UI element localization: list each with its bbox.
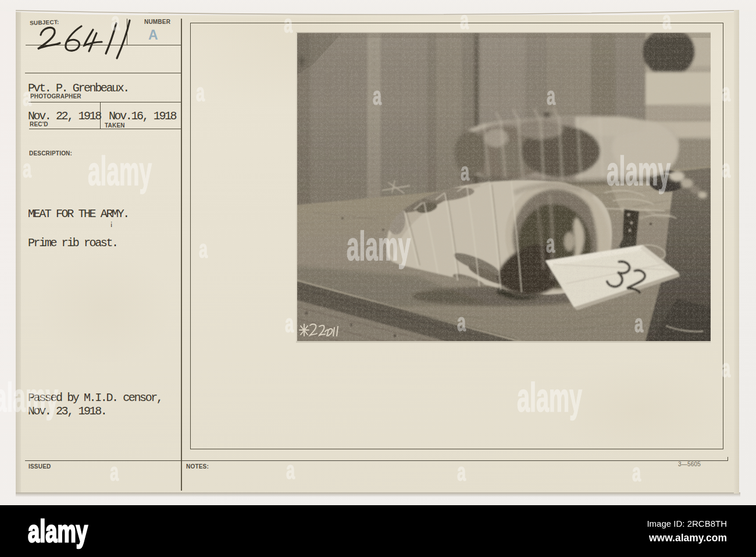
svg-text:a: a	[284, 9, 293, 38]
svg-text:a: a	[722, 353, 731, 383]
svg-text:a: a	[199, 234, 208, 264]
svg-text:a: a	[547, 81, 556, 111]
svg-text:alamy: alamy	[88, 148, 152, 194]
svg-text:a: a	[110, 457, 119, 487]
svg-text:a: a	[662, 5, 672, 35]
svg-text:a: a	[722, 154, 731, 183]
svg-text:a: a	[546, 229, 555, 258]
svg-text:a: a	[23, 82, 32, 112]
svg-text:Image ID: 2RCB8TH: Image ID: 2RCB8TH	[647, 519, 727, 528]
svg-text:a: a	[286, 455, 295, 485]
svg-text:a: a	[634, 308, 644, 338]
svg-text:alamy: alamy	[517, 375, 582, 420]
svg-text:alamy: alamy	[0, 375, 58, 420]
svg-text:a: a	[23, 154, 32, 183]
svg-text:a: a	[722, 77, 731, 107]
svg-text:a: a	[285, 308, 294, 338]
svg-text:alamy: alamy	[28, 513, 88, 548]
svg-text:a: a	[373, 81, 382, 111]
svg-text:a: a	[196, 77, 205, 107]
svg-text:a: a	[460, 5, 469, 35]
svg-text:a: a	[111, 6, 120, 36]
svg-text:a: a	[632, 457, 641, 487]
svg-text:alamy: alamy	[607, 148, 671, 194]
svg-text:a: a	[461, 157, 470, 186]
svg-text:www.alamy.com: www.alamy.com	[648, 531, 727, 544]
svg-text:a: a	[457, 307, 466, 337]
svg-text:alamy: alamy	[347, 223, 411, 269]
svg-text:a: a	[457, 457, 466, 487]
